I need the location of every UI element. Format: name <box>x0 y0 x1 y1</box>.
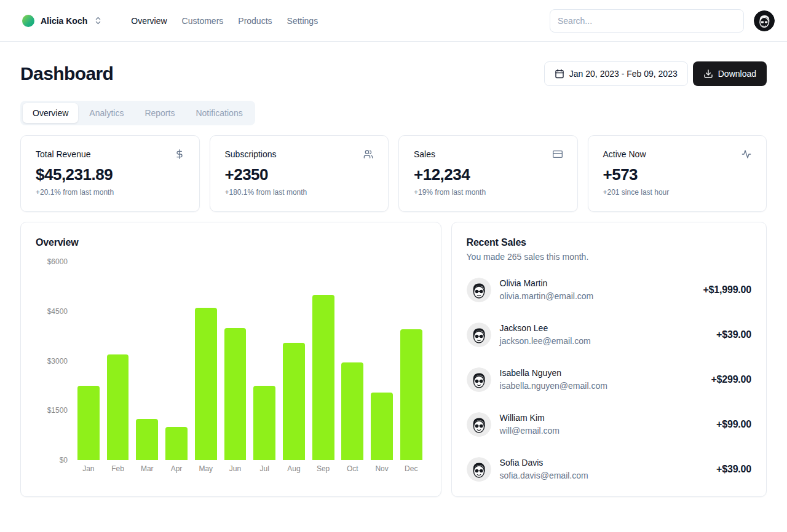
y-axis-tick: $6000 <box>47 257 68 266</box>
customer-info: Sofia Davissofia.davis@email.com <box>500 457 588 482</box>
bar-column-jul <box>250 262 279 460</box>
chart-bar-dec <box>400 329 422 460</box>
dashboard-app: Alicia Koch Overview Customers Products … <box>0 0 787 532</box>
chart-bar-jul <box>253 386 275 460</box>
customer-name: Jackson Lee <box>500 323 591 334</box>
customer-email: isabella.nguyen@email.com <box>500 380 607 392</box>
customer-email: jackson.lee@email.com <box>500 335 591 347</box>
dashboard-tabs: Overview Analytics Reports Notifications <box>20 101 255 125</box>
download-button[interactable]: Download <box>693 61 767 86</box>
stat-title: Subscriptions <box>225 149 277 159</box>
chart-bar-jan <box>77 386 100 460</box>
stat-change: +201 since last hour <box>603 188 752 197</box>
chart-bar-mar <box>136 419 158 460</box>
x-axis-label: Dec <box>397 464 426 473</box>
customer-avatar <box>467 412 491 437</box>
stat-card-active-now: Active Now +573 +201 since last hour <box>588 135 767 212</box>
sale-amount: +$39.00 <box>716 464 751 475</box>
x-axis-label: Mar <box>132 464 162 473</box>
calendar-icon <box>555 69 564 79</box>
chart-bar-sep <box>312 295 334 460</box>
y-axis-tick: $4500 <box>47 307 68 316</box>
sale-list-item: Olivia Martinolivia.martin@email.com+$1,… <box>467 278 751 302</box>
nav-settings[interactable]: Settings <box>287 16 318 26</box>
stat-card-total-revenue: Total Revenue $45,231.89 +20.1% from las… <box>20 135 200 212</box>
bar-column-aug <box>279 262 309 460</box>
chart-bar-apr <box>165 427 188 460</box>
bar-column-dec <box>397 262 426 460</box>
chart-x-axis: JanFebMarAprMayJunJulAugSepOctNovDec <box>74 464 426 473</box>
nav-products[interactable]: Products <box>238 16 272 26</box>
user-avatar[interactable] <box>754 10 775 31</box>
chart-bar-may <box>195 308 217 460</box>
y-axis-tick: $3000 <box>47 357 68 366</box>
y-axis-tick: $1500 <box>47 406 68 415</box>
stat-change: +180.1% from last month <box>225 188 374 197</box>
team-avatar <box>22 15 34 27</box>
x-axis-label: Nov <box>367 464 397 473</box>
user-avatar-face-icon <box>754 10 775 31</box>
stat-title: Total Revenue <box>36 149 91 159</box>
team-switcher[interactable]: Alicia Koch <box>17 11 108 31</box>
search-input[interactable] <box>550 9 744 33</box>
recent-sales-subtitle: You made 265 sales this month. <box>467 252 751 262</box>
stat-card-sales: Sales +12,234 +19% from last month <box>398 135 578 212</box>
customer-avatar <box>467 367 491 392</box>
sale-amount: +$39.00 <box>716 329 751 340</box>
sale-list-item: Jackson Leejackson.lee@email.com+$39.00 <box>467 323 751 347</box>
main-content: Dashboard Jan 20, 2023 - Feb 09, 2023 Do… <box>0 42 787 517</box>
recent-sales-list: Olivia Martinolivia.martin@email.com+$1,… <box>467 278 751 482</box>
chart-bar-nov <box>371 393 393 460</box>
stat-change: +20.1% from last month <box>36 188 184 197</box>
stat-change: +19% from last month <box>414 188 563 197</box>
customer-name: Isabella Nguyen <box>500 367 607 379</box>
stat-card-subscriptions: Subscriptions +2350 +180.1% from last mo… <box>210 135 389 212</box>
chart-bar-feb <box>107 354 129 460</box>
date-range-picker-button[interactable]: Jan 20, 2023 - Feb 09, 2023 <box>544 61 688 86</box>
bar-column-jan <box>74 262 103 460</box>
chart-plot-area <box>74 262 426 460</box>
customer-avatar <box>467 278 491 302</box>
overview-chart-card: Overview $6000$4500$3000$1500$0 JanFebMa… <box>20 222 441 497</box>
activity-icon <box>742 149 751 159</box>
bar-chart: $6000$4500$3000$1500$0 <box>36 262 426 460</box>
chart-y-axis: $6000$4500$3000$1500$0 <box>36 262 74 460</box>
chart-bar-jun <box>224 328 247 460</box>
page-header: Dashboard Jan 20, 2023 - Feb 09, 2023 Do… <box>20 61 767 86</box>
sale-list-item: William Kimwill@email.com+$99.00 <box>467 412 751 437</box>
sale-amount: +$99.00 <box>716 419 751 430</box>
x-axis-label: Oct <box>338 464 367 473</box>
tab-analytics[interactable]: Analytics <box>79 103 133 123</box>
y-axis-tick: $0 <box>60 456 68 464</box>
bar-column-mar <box>132 262 162 460</box>
customer-email: olivia.martin@email.com <box>500 291 594 302</box>
customer-name: William Kim <box>500 412 560 424</box>
x-axis-label: Sep <box>309 464 338 473</box>
x-axis-label: May <box>191 464 221 473</box>
customer-avatar <box>467 323 491 347</box>
top-nav-bar: Alicia Koch Overview Customers Products … <box>0 0 787 42</box>
tab-reports[interactable]: Reports <box>135 103 184 123</box>
bar-column-feb <box>103 262 133 460</box>
download-icon <box>703 69 713 79</box>
nav-customers[interactable]: Customers <box>182 16 224 26</box>
bar-column-apr <box>162 262 191 460</box>
dollar-sign-icon <box>175 149 184 159</box>
nav-overview[interactable]: Overview <box>131 16 167 26</box>
customer-email: sofia.davis@email.com <box>500 470 588 482</box>
download-button-label: Download <box>718 69 756 79</box>
stat-title: Active Now <box>603 149 646 159</box>
tab-notifications[interactable]: Notifications <box>186 103 252 123</box>
page-title: Dashboard <box>20 63 113 84</box>
customer-email: will@email.com <box>500 425 560 437</box>
stat-value: +12,234 <box>414 165 563 184</box>
chart-bar-oct <box>341 362 363 460</box>
customer-name: Olivia Martin <box>500 278 594 289</box>
bar-column-jun <box>221 262 250 460</box>
tab-overview[interactable]: Overview <box>23 103 78 123</box>
customer-avatar <box>467 457 491 482</box>
bar-column-oct <box>338 262 367 460</box>
main-nav: Overview Customers Products Settings <box>131 16 318 26</box>
header-actions: Jan 20, 2023 - Feb 09, 2023 Download <box>544 61 767 86</box>
chevrons-up-down-icon <box>93 16 103 25</box>
